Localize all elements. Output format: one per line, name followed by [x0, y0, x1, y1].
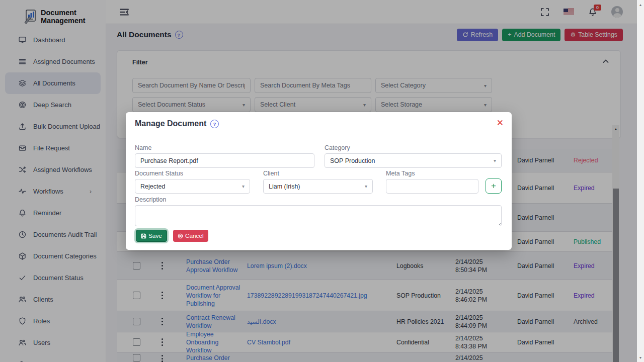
cancel-circle-icon — [178, 233, 183, 239]
app-window: Document Management DashboardAssigned Do… — [0, 0, 644, 362]
meta-tags-field-wrap — [386, 179, 478, 194]
document-status-select[interactable]: Rejected ▾ — [135, 179, 250, 194]
description-label: Description — [135, 196, 167, 203]
scroll-up-arrow-icon[interactable]: ▲ — [637, 1, 644, 8]
cancel-button[interactable]: Cancel — [173, 230, 208, 242]
help-icon[interactable]: ? — [210, 120, 219, 128]
meta-tags-label: Meta Tags — [386, 170, 415, 177]
add-tag-button[interactable]: + — [486, 178, 502, 194]
category-label: Category — [325, 144, 350, 151]
client-label: Client — [263, 170, 279, 177]
name-field-wrap — [135, 153, 314, 168]
save-icon — [141, 233, 146, 239]
modal-title: Manage Document ? — [135, 119, 219, 128]
page-scrollbar[interactable]: ▲ ▼ — [637, 0, 644, 362]
save-button[interactable]: Save — [136, 230, 167, 242]
chevron-down-icon: ▾ — [242, 184, 245, 189]
name-input[interactable] — [135, 154, 314, 167]
chevron-down-icon: ▾ — [494, 158, 496, 163]
description-textarea[interactable] — [135, 205, 502, 226]
name-label: Name — [135, 144, 151, 151]
client-select[interactable]: Liam (Irish) ▾ — [263, 179, 373, 194]
chevron-down-icon: ▾ — [365, 184, 367, 189]
category-select[interactable]: SOP Production ▾ — [325, 153, 502, 168]
modal-buttons: Save Cancel — [136, 230, 208, 242]
document-status-label: Document Status — [135, 170, 183, 177]
close-icon[interactable]: ✕ — [496, 118, 505, 128]
meta-tags-input[interactable] — [386, 179, 478, 193]
manage-document-modal: Manage Document ? ✕ Name Category SOP Pr… — [126, 112, 512, 250]
scroll-down-arrow-icon[interactable]: ▼ — [637, 354, 644, 361]
